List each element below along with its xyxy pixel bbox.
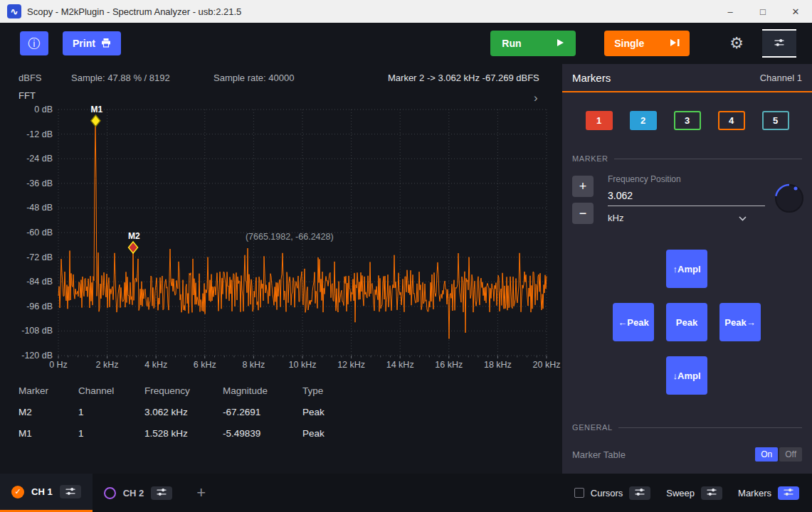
marker-table-setting: Marker Table On Off	[572, 447, 802, 462]
channel-1-tab[interactable]: ✓ CH 1	[0, 474, 93, 512]
print-button[interactable]: Print	[63, 31, 121, 55]
col-frequency: Frequency	[144, 385, 223, 396]
col-type: Type	[302, 385, 562, 396]
cell-frequency: 1.528 kHz	[144, 428, 223, 439]
spectrum-plot[interactable]: 0 Hz2 kHz4 kHz6 kHz8 kHz10 kHz12 kHz14 k…	[0, 90, 562, 373]
cursors-sliders-icon	[634, 486, 645, 499]
svg-text:-48 dB: -48 dB	[26, 203, 53, 213]
markers-settings-button[interactable]	[778, 486, 799, 500]
info-icon: ⓘ	[28, 36, 41, 52]
amplitude-down-button[interactable]: ↓Ampl	[666, 356, 707, 395]
svg-text:2 kHz: 2 kHz	[96, 360, 119, 370]
toggle-off[interactable]: Off	[779, 447, 802, 462]
single-button[interactable]: Single	[604, 31, 690, 56]
frequency-input[interactable]: 3.062	[608, 184, 765, 206]
svg-text:12 kHz: 12 kHz	[337, 360, 365, 370]
print-button-label: Print	[73, 38, 95, 49]
marker-section-header: MARKER	[572, 154, 802, 163]
decrement-button[interactable]: −	[572, 203, 594, 224]
amplitude-up-button[interactable]: ↑Ampl	[666, 250, 707, 288]
ch1-settings-button[interactable]	[60, 485, 81, 498]
svg-text:16 kHz: 16 kHz	[435, 360, 463, 370]
frequency-knob[interactable]	[774, 183, 805, 214]
general-section-label: GENERAL	[572, 423, 613, 432]
divider	[614, 159, 802, 159]
sample-rate-status: Sample rate: 40000	[213, 73, 294, 83]
gear-icon[interactable]: ⚙	[729, 36, 744, 51]
svg-text:0 dB: 0 dB	[34, 105, 53, 114]
plot-area: dBFS Sample: 47.88 % / 8192 Sample rate:…	[0, 64, 562, 474]
run-button[interactable]: Run	[490, 31, 576, 56]
toggle-on[interactable]: On	[755, 447, 778, 462]
titlebar: ∿ Scopy - M2kPlugin - Spectrum Analyzer …	[0, 0, 812, 23]
ch1-label: CH 1	[31, 486, 53, 497]
svg-text:18 kHz: 18 kHz	[484, 360, 512, 370]
markers-group: Markers	[738, 486, 799, 500]
svg-text:-120 dB: -120 dB	[21, 351, 53, 361]
peak-left-button[interactable]: ←Peak	[613, 303, 654, 341]
cell-type: Peak	[302, 428, 562, 439]
close-button[interactable]: ✕	[779, 0, 812, 23]
add-channel-button[interactable]: +	[196, 484, 206, 502]
panel-toggle-button[interactable]	[762, 29, 796, 58]
marker-2-button[interactable]: 2	[630, 111, 657, 130]
ch1-enabled-icon[interactable]: ✓	[11, 486, 24, 498]
frequency-field: Frequency Position 3.062 kHz	[608, 174, 765, 223]
marker-table: Marker Channel Frequency Magnitude Type …	[0, 380, 562, 444]
marker-section-label: MARKER	[572, 154, 608, 163]
bottom-bar: ✓ CH 1 CH 2 + Cursors Sweep Markers	[0, 474, 812, 512]
sample-status: Sample: 47.88 % / 8192	[71, 73, 170, 83]
run-button-label: Run	[502, 38, 521, 49]
peak-right-button[interactable]: Peak→	[719, 303, 761, 341]
info-button[interactable]: ⓘ	[20, 31, 48, 55]
sweep-label: Sweep	[666, 488, 695, 498]
maximize-button[interactable]: □	[747, 0, 779, 23]
play-icon	[556, 38, 564, 49]
marker-1-button[interactable]: 1	[586, 111, 613, 130]
bottom-bar-right: Cursors Sweep Markers	[559, 486, 812, 500]
panel-title: Markers	[572, 72, 611, 84]
peak-button[interactable]: Peak	[666, 303, 707, 341]
frequency-position-control: + − Frequency Position 3.062 kHz	[562, 174, 812, 248]
cursors-settings-button[interactable]	[629, 486, 650, 500]
cell-channel: 1	[78, 407, 144, 417]
channel-2-tab[interactable]: CH 2	[93, 474, 184, 512]
cell-magnitude: -5.49839	[223, 428, 302, 439]
ch2-disabled-icon[interactable]	[104, 487, 116, 499]
y-unit-label: dBFS	[19, 73, 42, 83]
main-area: dBFS Sample: 47.88 % / 8192 Sample rate:…	[0, 64, 812, 474]
play-single-icon	[670, 38, 680, 49]
marker-table-toggle[interactable]: On Off	[755, 447, 802, 462]
marker-table-setting-label: Marker Table	[572, 449, 626, 460]
marker-5-button[interactable]: 5	[762, 111, 789, 130]
cell-marker: M2	[19, 407, 78, 417]
sweep-group: Sweep	[666, 486, 722, 500]
svg-text:10 kHz: 10 kHz	[289, 360, 317, 370]
cursors-checkbox[interactable]	[574, 488, 584, 498]
svg-text:-72 dB: -72 dB	[26, 252, 53, 262]
svg-text:6 kHz: 6 kHz	[194, 360, 216, 370]
ch2-sliders-icon	[156, 486, 167, 499]
ch2-label: CH 2	[123, 488, 144, 498]
ch2-settings-button[interactable]	[151, 486, 172, 500]
frequency-stepper: + −	[572, 176, 594, 224]
preferences-sliders-icon	[774, 37, 785, 50]
marker-3-button[interactable]: 3	[674, 111, 701, 130]
svg-text:M1: M1	[90, 105, 102, 114]
markers-sliders-icon	[783, 486, 794, 499]
marker-readout: Marker 2 -> 3.062 kHz -67.269 dBFS	[388, 73, 539, 83]
minimize-button[interactable]: –	[714, 0, 747, 23]
svg-text:-60 dB: -60 dB	[26, 228, 53, 238]
marker-4-button[interactable]: 4	[718, 111, 745, 130]
cell-type: Peak	[302, 407, 562, 417]
frequency-unit-dropdown[interactable]: kHz	[608, 206, 765, 223]
svg-text:-84 dB: -84 dB	[26, 277, 53, 287]
cursors-label: Cursors	[591, 488, 623, 498]
increment-button[interactable]: +	[572, 176, 594, 197]
svg-text:-36 dB: -36 dB	[26, 178, 53, 188]
panel-header: Markers Channel 1	[562, 64, 812, 92]
sweep-settings-button[interactable]	[701, 486, 722, 500]
col-marker: Marker	[19, 385, 78, 396]
svg-text:4 kHz: 4 kHz	[144, 360, 167, 370]
svg-text:0 Hz: 0 Hz	[49, 360, 68, 370]
